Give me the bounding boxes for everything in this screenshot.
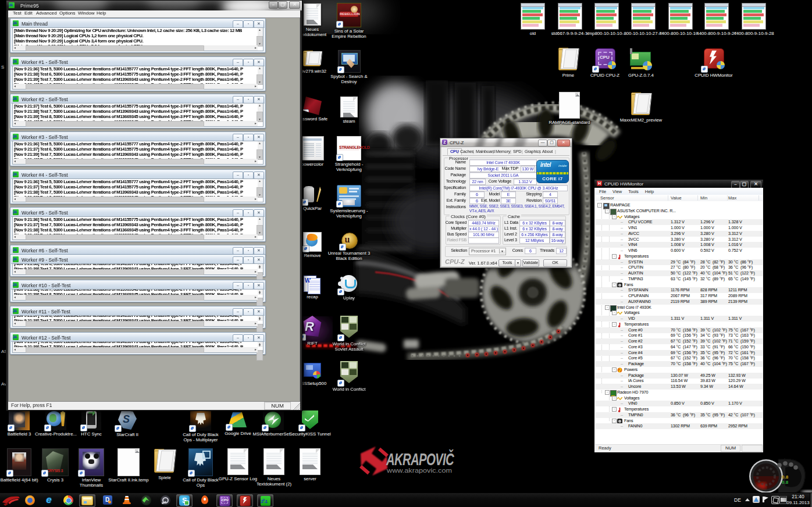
svg-text:AKRAPOVIČ: AKRAPOVIČ (386, 449, 454, 469)
svg-text:S: S (1, 65, 4, 70)
svg-text:0.8: 0.8 (782, 474, 789, 480)
svg-text:www.akrapovic.com: www.akrapovic.com (386, 467, 453, 474)
svg-text:0.8: 0.8 (782, 480, 789, 485)
